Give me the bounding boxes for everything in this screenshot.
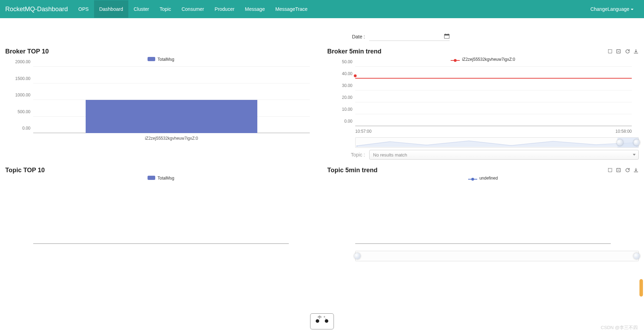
nav-item-consumer: Consumer xyxy=(176,0,209,18)
broker-top10-title: Broker TOP 10 xyxy=(5,48,317,55)
refresh-icon[interactable] xyxy=(625,167,630,173)
topic-5min-baseline xyxy=(355,243,611,244)
topic-top10-title: Topic TOP 10 xyxy=(5,167,317,174)
zoom-area-icon[interactable] xyxy=(608,49,614,54)
topic-zoom-slider[interactable] xyxy=(355,251,639,261)
brand[interactable]: RocketMQ-Dashboard xyxy=(5,6,73,13)
nav-menu: OPS Dashboard Cluster Topic Consumer Pro… xyxy=(73,0,313,18)
zoom-handle-left[interactable] xyxy=(354,253,360,259)
nav-item-dashboard: Dashboard xyxy=(94,0,129,18)
nav-right: ChangeLanguage xyxy=(585,0,639,18)
date-label: Date : xyxy=(327,34,369,39)
broker-5min-toolbox xyxy=(608,49,639,54)
date-filter: Date : xyxy=(327,32,639,41)
topic-top10-legend: TotalMsg xyxy=(5,176,317,181)
nav-item-topic: Topic xyxy=(155,0,177,18)
broker-zoom-slider[interactable] xyxy=(355,137,639,148)
bar-category-label: iZ2zej55532kgvheuw7igxZ:0 xyxy=(33,136,310,141)
refresh-icon[interactable] xyxy=(625,49,630,54)
data-line xyxy=(355,78,632,79)
topic-label: Topic : xyxy=(327,152,369,158)
zoom-handle-left[interactable] xyxy=(617,139,623,146)
topic-5min-title: Topic 5min trend xyxy=(327,167,639,174)
data-point xyxy=(354,74,357,77)
broker-top10-chart: 0.00 500.00 1000.00 1500.00 2000.00 iZ2z… xyxy=(5,63,317,144)
topic-filter: Topic : No results match xyxy=(327,150,639,160)
topic-5min-legend: undefined xyxy=(327,176,639,181)
download-icon[interactable] xyxy=(633,167,639,173)
legend-swatch xyxy=(148,57,155,61)
svg-rect-3 xyxy=(608,168,612,172)
zoom-reset-icon[interactable] xyxy=(616,49,622,54)
zoom-reset-icon[interactable] xyxy=(616,167,622,173)
chevron-down-icon xyxy=(633,154,636,156)
top-navbar: RocketMQ-Dashboard OPS Dashboard Cluster… xyxy=(0,0,644,18)
zoom-area-icon[interactable] xyxy=(608,167,614,173)
download-icon[interactable] xyxy=(633,49,639,54)
zoom-handle-right[interactable] xyxy=(634,139,640,146)
nav-item-ops: OPS xyxy=(73,0,94,18)
broker-5min-chart: 0.00 10.00 20.00 30.00 40.00 50.00 xyxy=(327,63,639,137)
nav-item-cluster: Cluster xyxy=(128,0,154,18)
topic-top10-baseline xyxy=(33,243,289,244)
zoom-handle-right[interactable] xyxy=(634,253,640,259)
date-input[interactable] xyxy=(369,32,444,40)
nav-item-message: Message xyxy=(240,0,270,18)
topic-select[interactable]: No results match xyxy=(369,150,639,160)
bar xyxy=(86,100,257,133)
change-language-dropdown: ChangeLanguage xyxy=(585,0,639,18)
broker-top10-legend: TotalMsg xyxy=(5,57,317,62)
svg-rect-0 xyxy=(444,34,449,35)
topic-5min-toolbox xyxy=(608,167,639,173)
chevron-down-icon xyxy=(631,9,634,10)
nav-item-messagetrace: MessageTrace xyxy=(270,0,313,18)
broker-5min-legend: iZ2zej55532kgvheuw7igxZ:0 xyxy=(327,57,639,62)
broker-5min-title: Broker 5min trend xyxy=(327,48,639,55)
svg-rect-1 xyxy=(608,50,612,53)
calendar-icon[interactable] xyxy=(444,33,450,39)
nav-item-producer: Producer xyxy=(209,0,240,18)
